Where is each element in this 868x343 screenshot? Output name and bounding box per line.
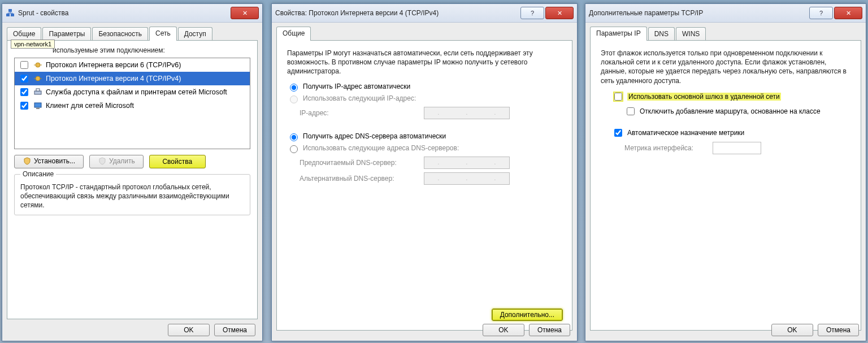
install-button[interactable]: Установить... (14, 155, 84, 168)
netnode-icon (33, 74, 42, 83)
interface-metric-input (713, 142, 761, 154)
check-class-based-route-row[interactable]: Отключить добавление маршрута, основанно… (624, 106, 850, 117)
tab-panel-ip-settings: Этот флажок используется только при одно… (590, 40, 861, 331)
components-label: используемые этим подключением: (53, 46, 250, 54)
list-item-file-print[interactable]: Служба доступа к файлам и принтерам сете… (15, 85, 250, 99)
checkbox-class-based-route-label: Отключить добавление маршрута, основанно… (640, 107, 821, 115)
checkbox-default-gateway[interactable] (614, 93, 622, 101)
tab-ip-settings[interactable]: Параметры IP (590, 27, 647, 41)
titlebar[interactable]: Sprut - свойства ✕ (2, 4, 262, 23)
interface-metric-row: Метрика интерфейса: (624, 142, 850, 154)
dialog-footer: OK Отмена (771, 324, 859, 336)
components-listbox[interactable]: Протокол Интернета версии 6 (TCP/IPv6) П… (14, 58, 250, 149)
dns-alternate-label: Альтернативный DNS-сервер: (300, 175, 418, 183)
tab-panel-general: Параметры IP могут назначаться автоматич… (276, 40, 572, 331)
intro-text: Параметры IP могут назначаться автоматич… (287, 49, 562, 76)
tab-network[interactable]: Сеть (149, 27, 177, 41)
cancel-button[interactable]: Отмена (214, 324, 255, 336)
shield-icon (23, 157, 32, 166)
svg-point-6 (36, 76, 40, 81)
tabstrip: Общие Параметры Безопасность Сеть Доступ (2, 23, 262, 40)
description-text: Протокол TCP/IP - стандартный протокол г… (20, 183, 244, 210)
components-button-row: Установить... Удалить Свойства (14, 155, 250, 168)
checkbox-class-based-route[interactable] (627, 107, 635, 115)
radio-dns-auto[interactable]: Получить адрес DNS-сервера автоматически (287, 132, 562, 141)
close-button[interactable]: ✕ (834, 7, 862, 19)
checkbox-auto-metric-label: Автоматическое назначение метрики (627, 129, 744, 137)
ip-address-field: IP-адрес: ... (300, 107, 562, 119)
shield-icon (98, 157, 107, 166)
monitor-icon (33, 101, 42, 110)
radio-dns-manual[interactable]: Использовать следующие адреса DNS-сервер… (287, 144, 562, 153)
list-item-ipv4[interactable]: Протокол Интернета версии 4 (TCP/IPv4) (15, 72, 250, 85)
radio-ip-auto-input[interactable] (290, 84, 298, 92)
checkbox-msclient[interactable] (20, 102, 28, 110)
dlg-ipv4-properties: Свойства: Протокол Интернета версии 4 (T… (271, 3, 578, 341)
ip-address-label: IP-адрес: (300, 109, 418, 117)
svg-rect-12 (36, 108, 40, 109)
tabstrip: Общие (272, 23, 577, 40)
tab-sharing[interactable]: Доступ (178, 27, 212, 41)
intro-text: Этот флажок используется только при одно… (601, 49, 850, 85)
cancel-button[interactable]: Отмена (529, 324, 570, 336)
ok-button[interactable]: OK (483, 324, 524, 336)
svg-rect-10 (36, 89, 40, 91)
radio-ip-manual[interactable]: Использовать следующий IP-адрес: (287, 94, 562, 103)
network-icon (6, 8, 15, 18)
window-title: Дополнительные параметры TCP/IP (589, 9, 703, 17)
window-title: Свойства: Протокол Интернета версии 4 (T… (275, 9, 439, 17)
checkbox-auto-metric[interactable] (614, 129, 622, 137)
svg-rect-11 (34, 103, 41, 107)
interface-metric-label: Метрика интерфейса: (624, 144, 709, 152)
svg-rect-1 (11, 14, 14, 16)
radio-ip-auto[interactable]: Получить IP-адрес автоматически (287, 82, 562, 92)
dns-preferred-label: Предпочитаемый DNS-сервер: (300, 159, 418, 167)
checkbox-default-gateway-label: Использовать основной шлюз в удаленной с… (627, 93, 781, 101)
window-title: Sprut - свойства (18, 9, 68, 17)
checkbox-file-print[interactable] (20, 88, 28, 96)
properties-button[interactable]: Свойства (149, 155, 206, 168)
cancel-button[interactable]: Отмена (818, 324, 859, 336)
advanced-button[interactable]: Дополнительно... (492, 309, 563, 321)
ip-address-input: ... (424, 107, 510, 119)
netnode-icon (33, 60, 42, 70)
svg-rect-0 (6, 14, 10, 16)
svg-point-3 (36, 63, 40, 67)
checkbox-ipv6[interactable] (20, 61, 28, 69)
dlg-tcpip-advanced: Дополнительные параметры TCP/IP ? ✕ Пара… (585, 3, 866, 341)
close-button[interactable]: ✕ (231, 7, 259, 19)
titlebar[interactable]: Свойства: Протокол Интернета версии 4 (T… (272, 4, 577, 23)
connect-using-tooltip: vpn-network1 (11, 40, 55, 49)
checkbox-ipv4[interactable] (20, 75, 28, 83)
close-button[interactable]: ✕ (545, 7, 574, 19)
tab-general[interactable]: Общие (7, 27, 41, 41)
tabstrip: Параметры IP DNS WINS (585, 23, 866, 40)
svg-rect-9 (34, 91, 41, 94)
ok-button[interactable]: OK (771, 324, 813, 336)
tab-wins[interactable]: WINS (676, 27, 706, 41)
tab-dns[interactable]: DNS (648, 27, 675, 41)
dialog-footer: OK Отмена (483, 324, 570, 336)
list-item-ipv6[interactable]: Протокол Интернета версии 6 (TCP/IPv6) (15, 58, 250, 72)
ok-button[interactable]: OK (168, 324, 210, 336)
dns-preferred-field: Предпочитаемый DNS-сервер: ... (300, 157, 562, 169)
tab-security[interactable]: Безопасность (92, 27, 148, 41)
description-legend: Описание (20, 170, 56, 178)
dns-alternate-field: Альтернативный DNS-сервер: ... (300, 172, 562, 185)
uninstall-button: Удалить (89, 155, 144, 168)
radio-dns-auto-input[interactable] (290, 133, 298, 141)
dialog-footer: OK Отмена (168, 324, 255, 336)
help-button[interactable]: ? (809, 7, 833, 19)
check-default-gateway-row[interactable]: Использовать основной шлюз в удаленной с… (612, 91, 850, 102)
svg-rect-2 (8, 9, 12, 12)
titlebar[interactable]: Дополнительные параметры TCP/IP ? ✕ (585, 4, 866, 23)
printer-icon (33, 88, 42, 97)
tab-general[interactable]: Общие (276, 27, 311, 41)
help-button[interactable]: ? (520, 7, 544, 19)
tab-panel-network: vpn-network1 используемые этим подключен… (7, 40, 258, 319)
tab-options[interactable]: Параметры (42, 27, 91, 41)
list-item-msclient[interactable]: Клиент для сетей Microsoft (15, 99, 250, 112)
check-auto-metric-row[interactable]: Автоматическое назначение метрики (612, 127, 850, 138)
radio-dns-manual-input[interactable] (290, 145, 298, 153)
description-group: Описание Протокол TCP/IP - стандартный п… (14, 174, 250, 215)
